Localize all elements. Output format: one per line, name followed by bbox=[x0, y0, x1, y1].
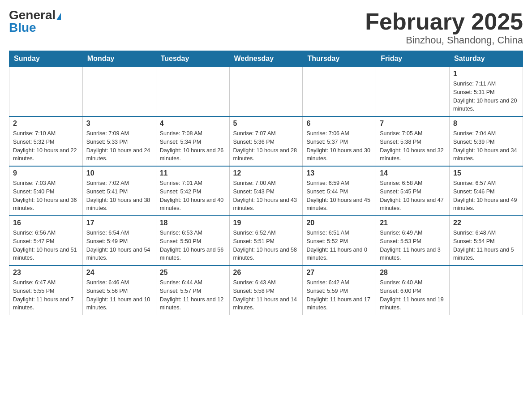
day-info: Sunrise: 6:53 AMSunset: 5:50 PMDaylight:… bbox=[160, 229, 226, 262]
calendar-cell: 19Sunrise: 6:52 AMSunset: 5:51 PMDayligh… bbox=[229, 216, 303, 265]
calendar-cell: 6Sunrise: 7:06 AMSunset: 5:37 PMDaylight… bbox=[303, 116, 376, 166]
cell-content: 9Sunrise: 7:03 AMSunset: 5:40 PMDaylight… bbox=[13, 169, 79, 213]
calendar-cell: 26Sunrise: 6:43 AMSunset: 5:58 PMDayligh… bbox=[229, 265, 303, 315]
day-number: 17 bbox=[86, 219, 152, 227]
calendar-cell: 9Sunrise: 7:03 AMSunset: 5:40 PMDaylight… bbox=[9, 166, 83, 216]
calendar-cell bbox=[450, 265, 523, 315]
day-number: 24 bbox=[86, 269, 152, 277]
cell-content: 1Sunrise: 7:11 AMSunset: 5:31 PMDaylight… bbox=[453, 70, 519, 113]
day-info: Sunrise: 6:46 AMSunset: 5:56 PMDaylight:… bbox=[86, 278, 152, 312]
cell-content: 25Sunrise: 6:44 AMSunset: 5:57 PMDayligh… bbox=[160, 269, 226, 312]
day-number: 15 bbox=[453, 169, 519, 177]
day-number: 10 bbox=[86, 169, 152, 177]
calendar-body: 1Sunrise: 7:11 AMSunset: 5:31 PMDaylight… bbox=[9, 67, 523, 315]
calendar-cell: 1Sunrise: 7:11 AMSunset: 5:31 PMDaylight… bbox=[450, 67, 523, 116]
calendar-week-row: 23Sunrise: 6:47 AMSunset: 5:55 PMDayligh… bbox=[9, 265, 523, 315]
cell-content: 11Sunrise: 7:01 AMSunset: 5:42 PMDayligh… bbox=[160, 169, 226, 213]
month-title: February 2025 bbox=[365, 9, 523, 34]
day-info: Sunrise: 6:43 AMSunset: 5:58 PMDaylight:… bbox=[233, 278, 299, 312]
day-number: 21 bbox=[380, 219, 446, 227]
day-info: Sunrise: 7:10 AMSunset: 5:32 PMDaylight:… bbox=[13, 129, 79, 163]
cell-content: 10Sunrise: 7:02 AMSunset: 5:41 PMDayligh… bbox=[86, 169, 152, 213]
cell-content: 18Sunrise: 6:53 AMSunset: 5:50 PMDayligh… bbox=[160, 219, 226, 262]
cell-content: 19Sunrise: 6:52 AMSunset: 5:51 PMDayligh… bbox=[233, 219, 299, 262]
calendar-cell: 27Sunrise: 6:42 AMSunset: 5:59 PMDayligh… bbox=[303, 265, 376, 315]
day-info: Sunrise: 6:48 AMSunset: 5:54 PMDaylight:… bbox=[453, 229, 519, 262]
calendar-cell: 5Sunrise: 7:07 AMSunset: 5:36 PMDaylight… bbox=[229, 116, 303, 166]
day-info: Sunrise: 6:49 AMSunset: 5:53 PMDaylight:… bbox=[380, 229, 446, 262]
day-number: 2 bbox=[13, 120, 79, 128]
day-info: Sunrise: 6:40 AMSunset: 6:00 PMDaylight:… bbox=[380, 278, 446, 312]
logo-line1: General bbox=[9, 9, 61, 21]
day-number: 19 bbox=[233, 219, 299, 227]
day-info: Sunrise: 6:42 AMSunset: 5:59 PMDaylight:… bbox=[306, 278, 372, 312]
day-number: 22 bbox=[453, 219, 519, 227]
weekday-header-saturday: Saturday bbox=[450, 51, 523, 67]
day-info: Sunrise: 6:44 AMSunset: 5:57 PMDaylight:… bbox=[160, 278, 226, 312]
calendar-cell: 16Sunrise: 6:56 AMSunset: 5:47 PMDayligh… bbox=[9, 216, 83, 265]
calendar-header: SundayMondayTuesdayWednesdayThursdayFrid… bbox=[9, 51, 523, 67]
day-info: Sunrise: 6:54 AMSunset: 5:49 PMDaylight:… bbox=[86, 229, 152, 262]
cell-content: 4Sunrise: 7:08 AMSunset: 5:34 PMDaylight… bbox=[160, 120, 226, 163]
day-number: 3 bbox=[86, 120, 152, 128]
calendar-cell: 14Sunrise: 6:58 AMSunset: 5:45 PMDayligh… bbox=[376, 166, 450, 216]
cell-content: 3Sunrise: 7:09 AMSunset: 5:33 PMDaylight… bbox=[86, 120, 152, 163]
cell-content: 26Sunrise: 6:43 AMSunset: 5:58 PMDayligh… bbox=[233, 269, 299, 312]
day-info: Sunrise: 7:03 AMSunset: 5:40 PMDaylight:… bbox=[13, 179, 79, 213]
calendar-cell: 8Sunrise: 7:04 AMSunset: 5:39 PMDaylight… bbox=[450, 116, 523, 166]
cell-content: 2Sunrise: 7:10 AMSunset: 5:32 PMDaylight… bbox=[13, 120, 79, 163]
day-number: 5 bbox=[233, 120, 299, 128]
day-info: Sunrise: 7:00 AMSunset: 5:43 PMDaylight:… bbox=[233, 179, 299, 213]
calendar-cell: 15Sunrise: 6:57 AMSunset: 5:46 PMDayligh… bbox=[450, 166, 523, 216]
calendar-cell bbox=[376, 67, 450, 116]
calendar-cell: 28Sunrise: 6:40 AMSunset: 6:00 PMDayligh… bbox=[376, 265, 450, 315]
calendar-cell bbox=[303, 67, 376, 116]
day-number: 23 bbox=[13, 269, 79, 277]
calendar-cell: 10Sunrise: 7:02 AMSunset: 5:41 PMDayligh… bbox=[82, 166, 156, 216]
day-info: Sunrise: 6:57 AMSunset: 5:46 PMDaylight:… bbox=[453, 179, 519, 213]
cell-content: 17Sunrise: 6:54 AMSunset: 5:49 PMDayligh… bbox=[86, 219, 152, 262]
calendar-cell: 2Sunrise: 7:10 AMSunset: 5:32 PMDaylight… bbox=[9, 116, 83, 166]
day-info: Sunrise: 6:47 AMSunset: 5:55 PMDaylight:… bbox=[13, 278, 79, 312]
day-info: Sunrise: 7:07 AMSunset: 5:36 PMDaylight:… bbox=[233, 129, 299, 163]
calendar-week-row: 1Sunrise: 7:11 AMSunset: 5:31 PMDaylight… bbox=[9, 67, 523, 116]
cell-content: 8Sunrise: 7:04 AMSunset: 5:39 PMDaylight… bbox=[453, 120, 519, 163]
logo-general-text: General bbox=[9, 8, 56, 22]
calendar-cell: 18Sunrise: 6:53 AMSunset: 5:50 PMDayligh… bbox=[156, 216, 229, 265]
weekday-header-sunday: Sunday bbox=[9, 51, 83, 67]
day-info: Sunrise: 6:59 AMSunset: 5:44 PMDaylight:… bbox=[306, 179, 372, 213]
day-info: Sunrise: 7:09 AMSunset: 5:33 PMDaylight:… bbox=[86, 129, 152, 163]
calendar-cell: 11Sunrise: 7:01 AMSunset: 5:42 PMDayligh… bbox=[156, 166, 229, 216]
calendar-cell: 4Sunrise: 7:08 AMSunset: 5:34 PMDaylight… bbox=[156, 116, 229, 166]
day-info: Sunrise: 7:02 AMSunset: 5:41 PMDaylight:… bbox=[86, 179, 152, 213]
day-info: Sunrise: 7:01 AMSunset: 5:42 PMDaylight:… bbox=[160, 179, 226, 213]
day-info: Sunrise: 6:56 AMSunset: 5:47 PMDaylight:… bbox=[13, 229, 79, 262]
cell-content: 14Sunrise: 6:58 AMSunset: 5:45 PMDayligh… bbox=[380, 169, 446, 213]
weekday-header-friday: Friday bbox=[376, 51, 450, 67]
day-number: 8 bbox=[453, 120, 519, 128]
location-title: Binzhou, Shandong, China bbox=[365, 34, 523, 46]
calendar-cell: 20Sunrise: 6:51 AMSunset: 5:52 PMDayligh… bbox=[303, 216, 376, 265]
calendar-cell: 3Sunrise: 7:09 AMSunset: 5:33 PMDaylight… bbox=[82, 116, 156, 166]
cell-content: 20Sunrise: 6:51 AMSunset: 5:52 PMDayligh… bbox=[306, 219, 372, 262]
calendar-cell: 21Sunrise: 6:49 AMSunset: 5:53 PMDayligh… bbox=[376, 216, 450, 265]
weekday-header-monday: Monday bbox=[82, 51, 156, 67]
calendar-cell bbox=[82, 67, 156, 116]
day-number: 7 bbox=[380, 120, 446, 128]
day-number: 20 bbox=[306, 219, 372, 227]
day-number: 16 bbox=[13, 219, 79, 227]
day-info: Sunrise: 7:08 AMSunset: 5:34 PMDaylight:… bbox=[160, 129, 226, 163]
day-info: Sunrise: 7:11 AMSunset: 5:31 PMDaylight:… bbox=[453, 80, 519, 113]
day-number: 12 bbox=[233, 169, 299, 177]
cell-content: 6Sunrise: 7:06 AMSunset: 5:37 PMDaylight… bbox=[306, 120, 372, 163]
cell-content: 21Sunrise: 6:49 AMSunset: 5:53 PMDayligh… bbox=[380, 219, 446, 262]
day-number: 1 bbox=[453, 70, 519, 78]
cell-content: 27Sunrise: 6:42 AMSunset: 5:59 PMDayligh… bbox=[306, 269, 372, 312]
day-number: 26 bbox=[233, 269, 299, 277]
weekday-header-thursday: Thursday bbox=[303, 51, 376, 67]
cell-content: 23Sunrise: 6:47 AMSunset: 5:55 PMDayligh… bbox=[13, 269, 79, 312]
cell-content: 16Sunrise: 6:56 AMSunset: 5:47 PMDayligh… bbox=[13, 219, 79, 262]
calendar-week-row: 16Sunrise: 6:56 AMSunset: 5:47 PMDayligh… bbox=[9, 216, 523, 265]
cell-content: 12Sunrise: 7:00 AMSunset: 5:43 PMDayligh… bbox=[233, 169, 299, 213]
day-number: 27 bbox=[306, 269, 372, 277]
